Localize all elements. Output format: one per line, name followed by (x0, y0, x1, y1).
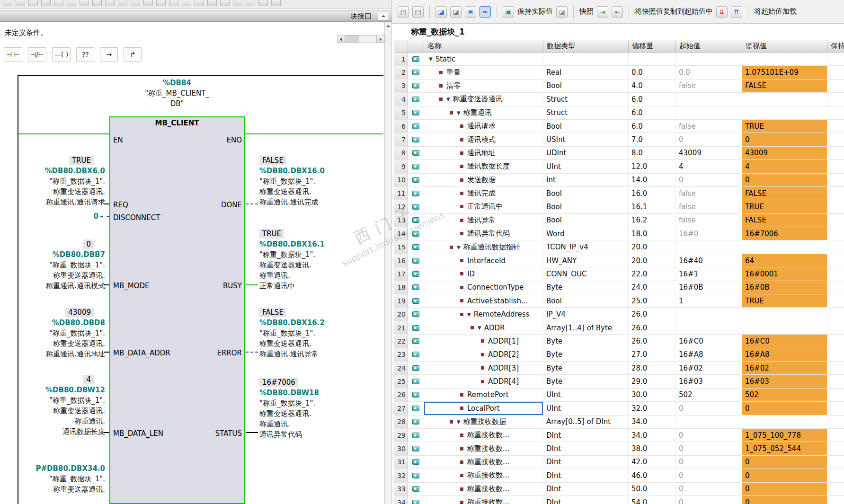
toolbar-icon[interactable] (182, 0, 191, 6)
name-cell[interactable]: 通讯异常 (424, 214, 543, 227)
start-value-cell[interactable]: false (676, 214, 742, 227)
header-monitor-value[interactable]: 监视值 (742, 40, 827, 52)
data-type-cell[interactable]: DInt (543, 483, 629, 495)
table-row[interactable]: 2重量Real0.00.01.075101E+09 (394, 66, 844, 79)
retain-cell[interactable] (827, 402, 844, 415)
expand-toggle-icon[interactable]: ▼ (457, 419, 461, 424)
data-type-cell[interactable]: Bool (543, 120, 629, 133)
start-value-cell[interactable]: 16#A8 (676, 348, 742, 361)
start-value-cell[interactable]: 16#C0 (676, 335, 742, 347)
toolbar-icon[interactable] (16, 0, 25, 6)
start-value-cell[interactable]: 0 (676, 483, 742, 495)
name-cell[interactable]: 重量 (424, 66, 543, 79)
name-cell[interactable]: ADDR[1] (424, 335, 543, 347)
header-retain[interactable]: 保持 (827, 40, 844, 52)
instance-db-address[interactable]: %DB84 (100, 78, 254, 88)
expand-toggle-icon[interactable]: ▼ (429, 56, 433, 62)
retain-cell[interactable] (827, 106, 844, 119)
data-type-cell[interactable]: Byte (543, 281, 629, 294)
data-type-cell[interactable]: Bool (543, 214, 629, 227)
start-value-cell[interactable] (676, 321, 742, 334)
start-value-cell[interactable]: false (676, 187, 742, 200)
retain-cell[interactable] (827, 200, 844, 213)
toolbar-icon[interactable] (271, 0, 281, 6)
table-row[interactable]: 30称重接收数...DInt38.001_075_052_544 (394, 442, 844, 455)
expand-toggle-icon[interactable]: ▼ (457, 245, 461, 250)
close-branch-icon[interactable]: ↱ (124, 47, 142, 62)
retain-cell[interactable] (827, 308, 844, 320)
retain-cell[interactable] (827, 80, 844, 92)
name-cell[interactable]: 称重接收数... (424, 496, 543, 504)
operand-address[interactable]: P#DB80.DBX34.0 (13, 463, 105, 474)
toolbar-icon[interactable] (258, 0, 268, 6)
expand-toggle-icon[interactable]: ▼ (446, 97, 450, 102)
start-value-cell[interactable] (676, 53, 742, 65)
start-value-cell[interactable]: 43009 (676, 147, 742, 159)
toolbar-icon[interactable] (80, 0, 89, 6)
table-row[interactable]: 8通讯地址UDInt8.04300943009 (394, 147, 844, 160)
retain-cell[interactable] (827, 120, 844, 133)
start-value-cell[interactable]: 4 (676, 160, 742, 173)
table-row[interactable]: 33称重接收数...DInt50.000 (394, 483, 844, 496)
toolbar-icon[interactable] (156, 0, 166, 6)
data-type-cell[interactable]: Struct (543, 106, 629, 119)
toolbar-icon[interactable] (131, 0, 140, 6)
toolbar-icon[interactable] (233, 0, 242, 6)
start-value-cell[interactable] (676, 106, 742, 119)
monitor-all-icon[interactable]: ∞ (480, 6, 491, 18)
operand-done[interactable]: FALSE %DB80.DBX16.0 "称重_数据块_1". 称重变送器通讯.… (259, 155, 375, 207)
start-value-cell[interactable]: 0 (676, 429, 742, 442)
data-type-cell[interactable]: HW_ANY (543, 254, 629, 267)
name-cell[interactable]: RemotePort (424, 389, 543, 401)
table-row[interactable]: 12正常通讯中Bool16.1falseTRUE (394, 200, 844, 213)
take-snapshot-icon[interactable]: ⇥ (597, 6, 608, 18)
operand-error[interactable]: FALSE %DB80.DBX16.2 "称重_数据块_1". 称重变送器通讯.… (259, 307, 375, 359)
operand-address[interactable]: %DB80.DBD8 (13, 318, 105, 328)
retain-cell[interactable] (827, 389, 844, 401)
operand-req[interactable]: TRUE %DB80.DBX6.0 "称重_数据块_1". 称重变送器通讯. 称… (13, 155, 105, 207)
retain-cell[interactable] (827, 496, 844, 504)
data-type-cell[interactable] (543, 53, 629, 65)
name-cell[interactable]: 称重接收数... (424, 469, 543, 482)
data-type-cell[interactable]: DInt (543, 442, 629, 455)
name-cell[interactable]: 清零 (424, 80, 543, 92)
expand-toggle-icon[interactable]: ▼ (478, 325, 481, 330)
data-type-cell[interactable]: Array[1..4] of Byte (543, 321, 629, 334)
header-start-value[interactable]: 起始值 (676, 40, 742, 52)
name-cell[interactable]: 称重接收数... (424, 483, 543, 495)
start-value-cell[interactable]: 0 (676, 442, 742, 455)
data-type-cell[interactable]: Bool (543, 294, 629, 307)
operand-address[interactable]: %DB80.DBW18 (259, 388, 375, 398)
retain-cell[interactable] (827, 321, 844, 334)
retain-cell[interactable] (827, 281, 844, 294)
toolbar-icon[interactable] (92, 0, 102, 6)
data-type-cell[interactable]: Real (543, 66, 629, 79)
edit-db-icon[interactable]: ◪ (450, 6, 462, 18)
table-row[interactable]: 20▼RemoteAddressIP_V426.0 (394, 308, 844, 321)
data-type-cell[interactable]: Byte (543, 375, 629, 388)
table-row[interactable]: 9通讯数据长度UInt12.044 (394, 160, 844, 173)
pin-done[interactable]: DONE (173, 201, 242, 209)
toolbar-icon[interactable] (195, 0, 204, 6)
start-value-cell[interactable] (676, 240, 742, 253)
insert-row-icon[interactable]: ▤ (398, 6, 409, 18)
data-type-cell[interactable]: IP_V4 (543, 308, 629, 320)
start-value-cell[interactable]: 0 (676, 174, 742, 186)
name-cell[interactable]: 称重接收数... (424, 442, 543, 455)
retain-cell[interactable] (827, 416, 844, 428)
start-value-cell[interactable]: 0 (676, 496, 742, 504)
operand-address[interactable]: %DB80.DBX16.1 (259, 239, 375, 249)
retain-cell[interactable] (827, 442, 844, 455)
copy-snapshot-icon[interactable]: ⇊ (716, 6, 728, 18)
toolbar-icon[interactable] (3, 0, 12, 6)
operand-mb-data-len[interactable]: 4 %DB80.DBW12 "称重_数据块_1". 称重变送器通讯. 称重通讯.… (13, 374, 105, 437)
data-type-cell[interactable]: UDInt (543, 147, 629, 159)
toolbar-icon[interactable] (143, 0, 153, 6)
data-type-cell[interactable]: Byte (543, 348, 629, 361)
table-row[interactable]: 15▼称重通讯数据指针TCON_IP_v420.0 (394, 240, 844, 254)
add-row-icon[interactable]: ▤ (412, 6, 424, 18)
horizontal-scrollbar[interactable] (337, 35, 384, 43)
table-row[interactable]: 24ADDR[3]Byte28.016#0216#02 (394, 362, 844, 375)
start-value-cell[interactable]: 502 (676, 389, 742, 401)
data-type-cell[interactable]: DInt (543, 496, 629, 504)
